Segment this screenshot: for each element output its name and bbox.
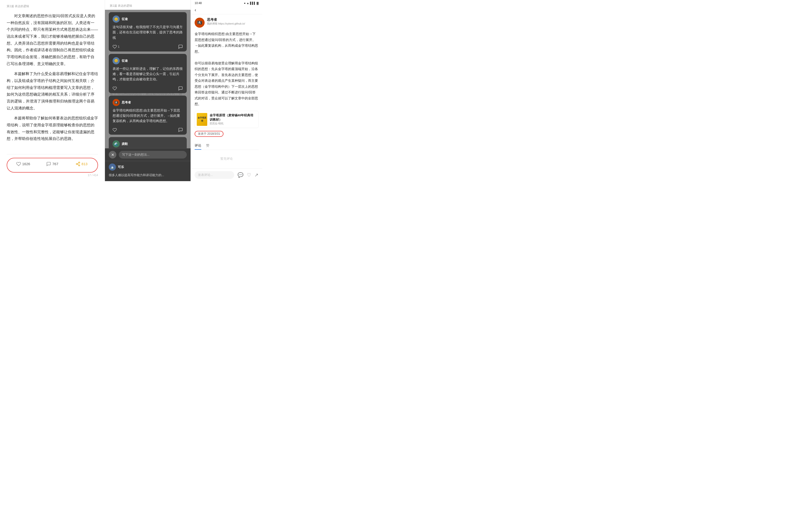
breadcrumb-2: 第1篇 表达的逻辑: [105, 0, 191, 10]
card-3-username: 思考者: [122, 101, 131, 105]
share-footer-icon[interactable]: ↗: [254, 172, 258, 178]
card-3-avatar: 🏴‍☠️: [112, 99, 120, 106]
action-row-highlight: 1626 767 813: [7, 158, 98, 173]
author-avatar: 🏴‍☠️: [195, 18, 205, 28]
comment-icon-2[interactable]: [178, 86, 183, 91]
comment-footer-icon[interactable]: 💬: [237, 172, 243, 178]
partial-card-body: 很多人难以提高写作能力和讲话能力的...: [109, 173, 187, 178]
tab-comments[interactable]: 评论: [195, 143, 201, 150]
back-button[interactable]: ‹: [195, 7, 196, 13]
card-2-actions: [112, 85, 183, 91]
svg-line-4: [77, 163, 79, 163]
comment-icon-3[interactable]: [178, 128, 183, 132]
partial-card-bottom: 🏔️ 可乐 很多人难以提高写作能力和讲话能力的...: [105, 161, 191, 181]
article-footer: 1626 767 813 17 / 414: [7, 154, 98, 177]
battery-bar: ▓: [257, 2, 258, 4]
book-card[interactable]: 金字塔原理 金字塔原理（麦肯锡40年经典培训教材） 芭芭拉·明托: [195, 111, 258, 128]
panel3-footer: 发表评论... 💬 ♡ ↗: [191, 169, 262, 181]
card-4-header: 🌊 龚毅: [112, 140, 183, 148]
comment-card-2: 😊 征途 表述一些让大家听进去，理解了，记住的东西很难，看一看是否能够让受众心头…: [109, 54, 187, 93]
svg-point-1: [76, 163, 77, 164]
card-2-avatar: 😊: [112, 57, 120, 64]
share-count: 813: [82, 162, 87, 166]
panel-post-detail: 10:48 ● ▲ ▌▌▌ ▓ ‹ 🏴‍☠️ 思考者 我的博客:https://…: [191, 0, 262, 181]
partial-card-avatar: 🏔️: [109, 163, 116, 171]
page-indicator: 17 / 414: [7, 174, 98, 177]
comment-icon-1[interactable]: [178, 44, 183, 49]
comment-count: 767: [52, 162, 58, 166]
author-row: 🏴‍☠️ 思考者 我的博客:https://sykent.github.io/: [195, 18, 258, 28]
card-1-username: 征途: [122, 17, 128, 21]
close-button[interactable]: ✕: [109, 151, 116, 158]
comment-card-3: 🏴‍☠️ 思考者 金字塔结构组织思想:由主要思想开始→下层思想通过疑问/回答的方…: [109, 95, 187, 135]
book-title: 金字塔原理（麦肯锡40年经典培训教材）: [210, 113, 256, 122]
card-3-header: 🏴‍☠️ 思考者: [112, 99, 183, 106]
article-para-1: 对文章阐述的思想作出疑问/回答式反应是人类的一种自然反应，没有国籍和民族的区别。…: [7, 13, 98, 67]
empty-comment: 暂无评论: [195, 152, 258, 165]
comment-icon: [46, 162, 51, 167]
panel2-bottom-bar: ✕ 写下这一刻的想法...: [105, 148, 191, 161]
card-3-actions: [112, 126, 183, 132]
card-2-body: 表述一些让大家听进去，理解了，记住的东西很难，看一看是否能够让受众心头一震，引起…: [112, 66, 183, 82]
comment-card-4: 🌊 龚毅 其实基本上人人都需要，尤其是职场的每一个人。基本的职业化素养。: [109, 137, 187, 148]
card-1-body: 这句话很关键，给我指明了不光只是学习沟通方面，还有在生活处理琐事方面，提供了思考…: [112, 25, 183, 41]
comments-overlay: 😊 征途 这句话很关键，给我指明了不光只是学习沟通方面，还有在生活处理琐事方面，…: [105, 10, 191, 148]
card-1-like[interactable]: 1: [112, 45, 120, 49]
statusbar-time: 10:48: [195, 1, 202, 5]
heart-icon: [16, 162, 21, 167]
card-1-actions: 1: [112, 43, 183, 49]
article-para-3: 本篇将帮助你了解如何将要表达的思想组织成金字塔结构，说明了使用金字塔原理能够检查…: [7, 115, 98, 142]
card-4-username: 龚毅: [122, 142, 128, 146]
card-2-like[interactable]: [112, 86, 117, 91]
statusbar-icons: ● ▲ ▌▌▌ ▓: [244, 2, 258, 4]
post-date: 发表于 2018/3/31: [195, 131, 224, 137]
card-3-like[interactable]: [112, 128, 117, 132]
book-cover: 金字塔原理: [197, 113, 207, 126]
tabs-row: 评论 赞: [195, 143, 258, 150]
card-1-avatar: 😊: [112, 16, 120, 23]
author-name: 思考者: [207, 18, 245, 22]
share-icon: [76, 162, 80, 167]
wifi-icon: ▲: [247, 2, 249, 4]
svg-point-2: [79, 165, 80, 166]
battery-icon: ●: [244, 2, 246, 4]
like-footer-icon[interactable]: ♡: [247, 172, 251, 178]
share-button[interactable]: 813: [67, 159, 96, 169]
article-para-2: 本篇解释了为什么受众最容易理解和记住金字塔结构，以及组成金字塔的子结构之间如何互…: [7, 70, 98, 112]
like-icon-3: [112, 128, 117, 132]
panel-comments-overlay: 第1篇 表达的逻辑 对文章阐述的思想作出疑问/回答式反应是人类的一种自然反应，没…: [105, 0, 191, 181]
comment-input-3[interactable]: 发表评论...: [195, 171, 234, 179]
like-icon-1: [112, 45, 117, 49]
book-info: 金字塔原理（麦肯锡40年经典培训教材） 芭芭拉·明托: [210, 113, 256, 125]
action-row: 1626 767 813: [8, 159, 96, 169]
svg-line-3: [77, 164, 79, 165]
article-body: 对文章阐述的思想作出疑问/回答式反应是人类的一种自然反应，没有国籍和民族的区别。…: [7, 13, 98, 152]
comment-input[interactable]: 写下这一刻的想法...: [119, 151, 187, 158]
comment-button[interactable]: 767: [38, 159, 67, 169]
statusbar: 10:48 ● ▲ ▌▌▌ ▓: [191, 0, 262, 5]
tab-likes[interactable]: 赞: [206, 143, 209, 150]
card-1-header: 😊 征途: [112, 16, 183, 23]
like-icon-2: [112, 86, 117, 91]
nav-bar: ‹: [191, 5, 262, 14]
comment-card-1: 😊 征途 这句话很关键，给我指明了不光只是学习沟通方面，还有在生活处理琐事方面，…: [109, 12, 187, 51]
article-blur-bg: 对文章阐述的思想作出疑问/回答式反应是人类的一种自然反应，没有国籍和民族的区别。…: [105, 10, 191, 148]
partial-card-header: 🏔️ 可乐: [109, 163, 187, 171]
like-count: 1626: [22, 162, 30, 166]
svg-point-0: [79, 162, 80, 163]
author-info: 思考者 我的博客:https://sykent.github.io/: [207, 18, 245, 25]
like-button[interactable]: 1626: [8, 159, 38, 169]
breadcrumb-1: 第1篇 表达的逻辑: [7, 4, 98, 8]
partial-card-username: 可乐: [118, 165, 124, 169]
post-text: 金字塔结构组织思想:由主要思想开始→下层思想通过疑问/回答的方式，进行展开。→如…: [195, 31, 258, 107]
signal-icon: ▌▌▌: [250, 2, 256, 4]
date-row: 发表于 2018/3/31: [195, 131, 258, 140]
card-1-like-count: 1: [118, 45, 120, 48]
card-3-body: 金字塔结构组织思想:由主要思想开始→下层思想通过疑问/回答的方式，进行展开。→如…: [112, 108, 183, 124]
card-4-avatar: 🌊: [112, 140, 120, 148]
post-content-area: 🏴‍☠️ 思考者 我的博客:https://sykent.github.io/ …: [191, 14, 262, 169]
card-2-username: 征途: [122, 59, 128, 63]
book-author: 芭芭拉·明托: [210, 122, 256, 125]
panel-article: 第1篇 表达的逻辑 对文章阐述的思想作出疑问/回答式反应是人类的一种自然反应，没…: [0, 0, 105, 181]
author-url[interactable]: 我的博客:https://sykent.github.io/: [207, 22, 245, 25]
